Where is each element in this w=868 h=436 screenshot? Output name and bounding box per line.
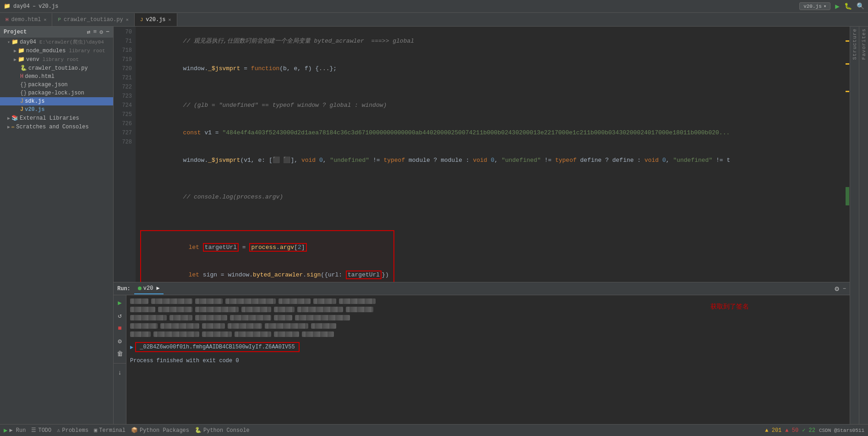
debug-icon[interactable]: 🐛 [844,2,852,10]
toolbar-divider [114,363,126,364]
run-status-dot [138,287,142,290]
process-done-text: Process finished with exit code 0 [126,356,850,366]
status-bar-right: ▲ 201 ▲ 50 ✓ 22 CSDN @Stars0511 [765,427,864,434]
status-bar: ▶ ▶ Run ☰ TODO ⚠ Problems ▣ Terminal 📦 P… [0,424,868,436]
title-bar-right: v20.js ▾ ▶ 🐛 🔍 [799,2,864,11]
run-stop-btn[interactable]: ■ [115,324,125,333]
code-line-723: // console.log(process.argv) [140,183,850,211]
run-trash-btn[interactable]: 🗑 [115,349,125,359]
sidebar-item-scratches[interactable]: ▶ ✏ Scratches and Consoles [0,122,113,131]
run-tab-v20[interactable]: v20 ▶ [134,283,164,294]
status-python-console-label: Python Console [203,427,250,434]
tab-v20-js[interactable]: J v20.js ✕ [135,13,177,26]
output-result-container: ▶ _02B4Z6wo00f01h.fmhgAAIDB4CBl500wIyIf.… [130,342,846,352]
status-todo[interactable]: ☰ TODO [31,427,51,434]
run-icon[interactable]: ▶ [835,2,840,11]
sidebar-item-sdk-js[interactable]: J sdk.js [0,97,113,105]
run-play-icon: ▶ [4,426,7,434]
bottom-panel: Run: v20 ▶ ⚙ − ▶ ↺ ■ ⚙ 🗑 ↓ [114,282,850,424]
sidebar-item-crawler-toutiao[interactable]: 🐍 crawler_toutiao.py [0,64,113,72]
sidebar-item-demo-html[interactable]: H demo.html [0,72,113,81]
sidebar-item-v20-js[interactable]: J v20.js [0,105,113,114]
tab-close-crawler-py[interactable]: ✕ [126,17,129,22]
run-config-selector[interactable]: v20.js ▾ [799,2,830,10]
status-python-console[interactable]: 🐍 Python Console [195,427,250,434]
run-settings2-btn[interactable]: ⚙ [115,337,125,346]
sidebar-label-day04: day04 [20,39,36,45]
sidebar-sublabel-node-modules: library root [69,48,105,54]
tab-crawler-py[interactable]: P crawler_toutiao.py ✕ [52,13,134,26]
gutter-warning-3 [846,91,849,92]
python-packages-icon: 📦 [131,427,138,434]
code-line-721: window._$jsvmprt(v1, e: [⬛ ⬛], void 0, "… [140,147,850,174]
json-lock-file-icon: {} [20,90,27,96]
tab-close-demo-html[interactable]: ✕ [44,17,46,22]
json-file-icon: {} [20,82,27,88]
scratches-icon: ✏ [11,123,15,130]
sidebar-label-node-modules: node_modules [26,48,66,54]
run-rerun-btn[interactable]: ↺ [115,311,125,320]
sidebar-label-venv: venv [26,56,39,63]
status-todo-label: TODO [38,427,51,434]
sidebar-item-package-lock[interactable]: {} package-lock.json [0,89,113,97]
title-bar-left: 📁 day04 – v20.js [4,3,58,10]
sidebar-header-icons: ⇄ ≡ ⚙ − [87,28,109,36]
minimize-icon[interactable]: − [106,28,109,36]
run-label: Run: [117,286,131,292]
status-python-packages[interactable]: 📦 Python Packages [131,427,189,434]
run-settings-icon[interactable]: ⚙ [835,284,839,293]
code-line-725 [140,220,850,229]
sidebar: Project ⇄ ≡ ⚙ − ▾ 📁 day04 E:\crawler(爬虫)… [0,27,114,424]
sidebar-item-node-modules[interactable]: ▶ 📁 node_modules library root [0,46,113,55]
chinese-label: 获取到了签名 [710,303,749,311]
gutter-ok-range [846,187,849,205]
tab-demo-html[interactable]: H demo.html ✕ [0,13,52,26]
chevron-down-icon: ▾ [824,3,827,9]
code-highlight-region: let targetUrl = process.argv[2] let sign… [140,230,394,282]
favorites-label: Favorites [861,28,867,60]
favorites-panel: Favorites [859,27,868,424]
status-terminal[interactable]: ▣ Terminal [94,427,126,434]
todo-icon: ☰ [31,427,36,434]
html-file-icon: H [20,73,23,80]
status-terminal-label: Terminal [99,427,126,434]
expand-arrow-venv: ▶ [14,57,16,62]
sidebar-item-day04[interactable]: ▾ 📁 day04 E:\crawler(爬虫)\day04 [0,38,113,46]
title-day04: day04 [13,3,30,10]
run-play-btn[interactable]: ▶ [115,298,125,307]
run-header: Run: v20 ▶ ⚙ − [114,282,850,295]
code-editor[interactable]: // 观见器执行,仕固数叼前尝创建一个全局变量 byted_acrawler =… [136,27,850,282]
expand-arrow-node: ▶ [14,48,16,54]
output-arrow-icon: ▶ [130,344,133,351]
status-problems[interactable]: ⚠ Problems [57,427,88,434]
tab-label-demo-html: demo.html [11,17,41,23]
tab-close-v20-js[interactable]: ✕ [169,17,171,22]
editor-area: 70 71 718 719 720 721 722 723 724 725 72… [114,27,850,424]
search-icon[interactable]: 🔍 [857,2,864,10]
js-v20-file-icon: J [20,106,23,113]
gear-icon[interactable]: ⚙ [99,28,103,36]
sidebar-item-venv[interactable]: ▶ 📁 venv library root [0,55,113,64]
python-console-icon: 🐍 [195,427,202,434]
sync-icon[interactable]: ⇄ [87,28,91,36]
sidebar-label-package-json: package.json [28,82,67,88]
run-scroll-btn[interactable]: ↓ [115,368,125,377]
status-run-btn[interactable]: ▶ ▶ Run [4,426,26,434]
output-line-blurred-4 [126,322,850,330]
run-toolbar: ▶ ↺ ■ ⚙ 🗑 ↓ [114,295,126,424]
output-content[interactable]: 获取到了签名 ▶ _02B4Z6wo00f01h.fmhgAAIDB4CBl50… [126,295,850,424]
run-tab-label: v20 ▶ [143,285,160,292]
run-minimize-icon[interactable]: − [843,286,846,292]
editor-content[interactable]: 70 71 718 719 720 721 722 723 724 725 72… [114,27,850,282]
code-line-70: // 观见器执行,仕固数叼前尝创建一个全局变量 byted_acrawler =… [140,28,850,55]
py-file-icon: 🐍 [20,65,27,72]
code-line-720: const v1 = "484e4f4a403f5243000d2d1aea78… [140,119,850,147]
sidebar-sublabel-venv: library root [43,57,79,62]
sidebar-label-scratches: Scratches and Consoles [16,124,88,130]
sidebar-label-demo-html: demo.html [25,73,55,80]
output-line-blurred-5 [126,330,850,338]
sidebar-item-package-json[interactable]: {} package.json [0,81,113,89]
sidebar-item-external-libs[interactable]: ▶ 📚 External Libraries [0,114,113,122]
structure-label: Structure [852,28,857,60]
collapse-icon[interactable]: ≡ [93,28,97,36]
